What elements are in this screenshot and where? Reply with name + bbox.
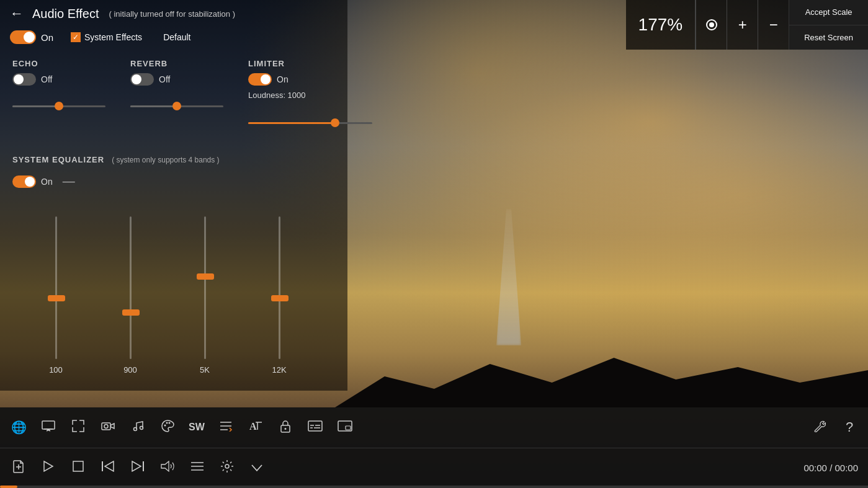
system-effects-label: System Effects: [84, 32, 142, 42]
time-display: 00:00 / 00:00: [803, 463, 858, 474]
screen-cast-icon[interactable]: [40, 420, 57, 435]
eq-band-5k: 5K: [168, 216, 242, 375]
accept-scale-button[interactable]: Accept Scale: [789, 0, 868, 25]
limiter-slider-track: [248, 122, 372, 124]
eq-toggle-row: On —: [12, 174, 323, 189]
eq-on-toggle[interactable]: [12, 175, 36, 188]
eq-band-12k-thumb[interactable]: [271, 295, 289, 301]
progress-fill: [0, 486, 17, 488]
toolbar-top-row: 🌐: [0, 407, 868, 448]
sw-text-icon[interactable]: SW: [189, 422, 205, 433]
back-button[interactable]: ←: [10, 6, 24, 22]
eq-band-5k-track: [204, 216, 206, 359]
lock-icon[interactable]: [277, 419, 294, 436]
reverb-slider-thumb[interactable]: [172, 102, 181, 110]
main-on-toggle[interactable]: [10, 30, 36, 44]
eq-band-100-track: [55, 216, 57, 359]
svg-point-10: [140, 426, 143, 429]
system-effects-checkbox[interactable]: ✓: [71, 32, 81, 42]
help-icon[interactable]: ?: [841, 419, 858, 435]
echo-slider-fill: [12, 105, 59, 107]
more-chevron-icon[interactable]: [248, 461, 266, 475]
svg-rect-7: [102, 423, 110, 430]
text-format-icon[interactable]: A: [247, 420, 264, 435]
echo-group: ECHO Off: [12, 59, 105, 126]
echo-slider-thumb[interactable]: [55, 102, 63, 110]
eq-band-100-thumb[interactable]: [48, 295, 65, 301]
svg-point-13: [169, 422, 171, 424]
system-effects-group: ✓ System Effects: [71, 32, 142, 42]
prev-icon[interactable]: [99, 461, 117, 475]
svg-rect-28: [346, 426, 351, 430]
playlist-icon[interactable]: [189, 461, 206, 475]
limiter-slider-thumb[interactable]: [331, 118, 339, 127]
svg-marker-0: [335, 358, 868, 407]
reverb-label: REVERB: [130, 59, 223, 68]
main-toggle-group: On: [10, 30, 53, 44]
eq-band-900: 900: [93, 216, 168, 375]
echo-slider-container: [12, 93, 105, 110]
volume-icon[interactable]: [159, 461, 176, 475]
svg-rect-32: [73, 461, 83, 471]
right-toolbar-icons: ?: [811, 419, 858, 435]
eq-header: SYSTEM EQUALIZER ( system only supports …: [12, 155, 323, 164]
eq-band-100: 100: [19, 216, 93, 375]
camera-icon[interactable]: [99, 420, 117, 435]
svg-marker-37: [161, 461, 169, 471]
reverb-toggle[interactable]: [130, 73, 154, 86]
audio-effect-title: Audio Effect: [32, 7, 99, 21]
svg-point-41: [225, 464, 229, 468]
resize-icon[interactable]: [69, 420, 87, 435]
reset-screen-button[interactable]: Reset Screen: [789, 25, 868, 50]
eq-on-label: On: [41, 177, 53, 187]
plus-icon[interactable]: +: [727, 0, 758, 50]
loudness-label: Loudness: 1000: [248, 91, 372, 100]
record-icon[interactable]: [696, 0, 727, 50]
eq-band-5k-label: 5K: [200, 365, 210, 375]
list-icon[interactable]: [217, 420, 235, 435]
bottom-toolbar: 🌐: [0, 407, 868, 488]
scale-display: 177%: [626, 0, 696, 50]
svg-point-12: [166, 422, 168, 424]
equalizer-section: SYSTEM EQUALIZER ( system only supports …: [0, 149, 335, 381]
minus-icon[interactable]: −: [758, 0, 789, 50]
scale-buttons: Accept Scale Reset Screen: [789, 0, 868, 50]
pip-icon[interactable]: [336, 420, 354, 435]
music-note-icon[interactable]: [129, 420, 146, 435]
eq-band-100-label: 100: [49, 365, 63, 375]
reverb-slider-track: [130, 105, 223, 107]
echo-toggle-row: Off: [12, 73, 105, 86]
reverb-toggle-row: Off: [130, 73, 223, 86]
subtitles-icon[interactable]: [306, 420, 324, 435]
play-icon[interactable]: [40, 460, 57, 476]
progress-bar[interactable]: [0, 486, 868, 488]
svg-marker-34: [105, 461, 114, 471]
globe-icon[interactable]: 🌐: [10, 420, 27, 435]
settings-icon[interactable]: [218, 459, 236, 476]
new-file-icon[interactable]: [10, 459, 27, 476]
svg-point-2: [709, 22, 714, 27]
initially-off-subtitle: ( initially turned off for stabilization…: [109, 9, 235, 19]
main-on-label: On: [41, 32, 53, 43]
eq-band-900-label: 900: [123, 365, 137, 375]
eq-band-12k-track: [279, 216, 280, 359]
echo-state: Off: [41, 74, 52, 84]
palette-icon[interactable]: [159, 419, 176, 436]
top-bar: ← Audio Effect ( initially turned off fo…: [0, 0, 868, 50]
eq-band-900-thumb[interactable]: [122, 309, 140, 316]
stop-icon[interactable]: [69, 461, 87, 475]
svg-point-21: [284, 428, 286, 430]
limiter-slider-container: [248, 110, 372, 126]
eq-band-5k-thumb[interactable]: [197, 273, 214, 280]
limiter-toggle-row: On: [248, 73, 372, 86]
svg-point-8: [104, 424, 108, 428]
echo-slider-track: [12, 105, 105, 107]
limiter-toggle[interactable]: [248, 73, 272, 86]
limiter-state: On: [277, 74, 289, 84]
eq-subtitle: ( system only supports 4 bands ): [112, 156, 219, 164]
eq-dash: —: [63, 174, 75, 189]
default-button[interactable]: Default: [159, 31, 194, 43]
echo-toggle[interactable]: [12, 73, 36, 86]
next-icon[interactable]: [129, 461, 146, 475]
wrench-icon[interactable]: [811, 420, 828, 435]
